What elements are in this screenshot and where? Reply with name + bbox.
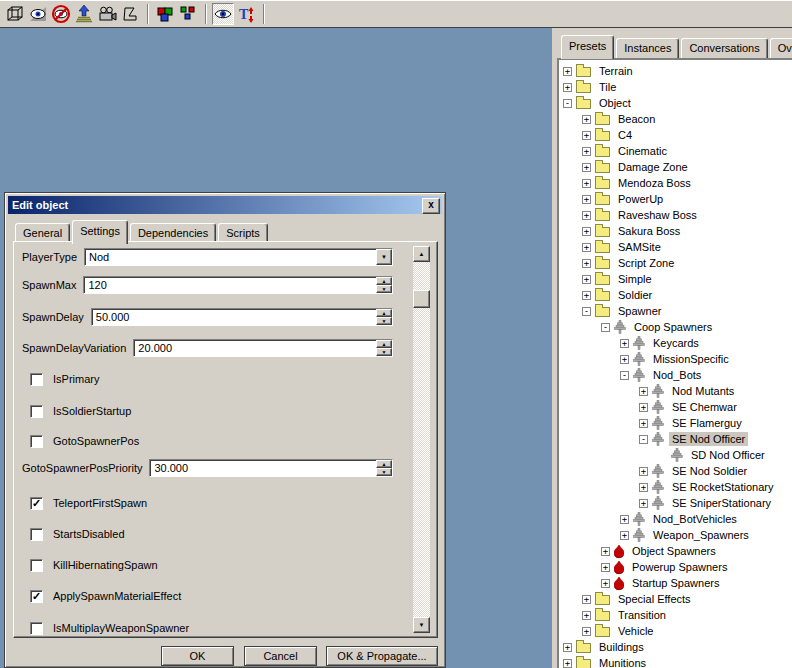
- panel-tab-presets[interactable]: Presets: [561, 35, 614, 59]
- expand-icon[interactable]: +: [582, 627, 591, 636]
- expand-icon[interactable]: +: [620, 339, 629, 348]
- wireframe-cube-icon[interactable]: [4, 3, 26, 25]
- tree-item-munitions[interactable]: +Munitions: [559, 655, 792, 668]
- collapse-icon[interactable]: -: [582, 307, 591, 316]
- tree-item-startup-spawners[interactable]: +Startup Spawners: [559, 575, 792, 591]
- tree-item-tile[interactable]: +Tile: [559, 79, 792, 95]
- tree-item-raveshaw-boss[interactable]: +Raveshaw Boss: [559, 207, 792, 223]
- tree-item-nod-mutants[interactable]: +Nod Mutants: [559, 383, 792, 399]
- expand-icon[interactable]: +: [601, 579, 610, 588]
- tree-item-se-sniperstationary[interactable]: +SE SniperStationary: [559, 495, 792, 511]
- tree-item-samsite[interactable]: +SAMSite: [559, 239, 792, 255]
- show-all-icon[interactable]: [212, 3, 234, 25]
- SpawnDelayVariation-input[interactable]: 20.000▲▼: [133, 339, 393, 357]
- collapse-icon[interactable]: -: [620, 371, 629, 380]
- tree-item-beacon[interactable]: +Beacon: [559, 111, 792, 127]
- PlayerType-combobox[interactable]: Nod▼: [84, 248, 393, 266]
- tree-item-powerup[interactable]: +PowerUp: [559, 191, 792, 207]
- tree-item-mendoza-boss[interactable]: +Mendoza Boss: [559, 175, 792, 191]
- TeleportFirstSpawn-checkbox[interactable]: ✓: [30, 497, 43, 510]
- tree-item-spawner[interactable]: -Spawner: [559, 303, 792, 319]
- tree-item-se-nod-officer[interactable]: -SE Nod Officer: [559, 431, 792, 447]
- SpawnDelay-input[interactable]: 50.000▲▼: [91, 308, 393, 326]
- spin-down-icon[interactable]: ▼: [376, 468, 392, 476]
- tree-item-transition[interactable]: +Transition: [559, 607, 792, 623]
- panel-tab-instances[interactable]: Instances: [616, 38, 679, 58]
- spin-up-icon[interactable]: ▲: [376, 309, 392, 317]
- camera-icon[interactable]: [96, 3, 118, 25]
- collapse-icon[interactable]: -: [601, 323, 610, 332]
- tree-item-missionspecific[interactable]: +MissionSpecific: [559, 351, 792, 367]
- collapse-icon[interactable]: -: [639, 435, 648, 444]
- tree-item-sd-nod-officer[interactable]: SD Nod Officer: [559, 447, 792, 463]
- tree-item-se-rocketstationary[interactable]: +SE RocketStationary: [559, 479, 792, 495]
- ungroup-cubes-icon[interactable]: [177, 3, 199, 25]
- tree-item-weapon-spawners[interactable]: +Weapon_Spawners: [559, 527, 792, 543]
- text-labels-icon[interactable]: T: [235, 3, 257, 25]
- expand-icon[interactable]: +: [563, 643, 572, 652]
- expand-icon[interactable]: +: [582, 243, 591, 252]
- tree-item-nod-bots[interactable]: -Nod_Bots: [559, 367, 792, 383]
- dialog-scrollbar[interactable]: ▲ ▼: [413, 246, 430, 633]
- IsMultiplayWeaponSpawner-checkbox[interactable]: [30, 622, 43, 635]
- tree-item-vehicle[interactable]: +Vehicle: [559, 623, 792, 639]
- tree-item-buildings[interactable]: +Buildings: [559, 639, 792, 655]
- expand-icon[interactable]: +: [582, 595, 591, 604]
- spin-up-icon[interactable]: ▲: [376, 460, 392, 468]
- dialog-titlebar[interactable]: Edit object x: [8, 196, 442, 214]
- tree-item-special-effects[interactable]: +Special Effects: [559, 591, 792, 607]
- ok-propagate-button[interactable]: OK & Propagate...: [326, 646, 438, 666]
- scroll-up-icon[interactable]: ▲: [413, 246, 430, 262]
- expand-icon[interactable]: +: [582, 179, 591, 188]
- StartsDisabled-checkbox[interactable]: [30, 528, 43, 541]
- spin-up-icon[interactable]: ▲: [376, 340, 392, 348]
- expand-icon[interactable]: +: [639, 483, 648, 492]
- expand-icon[interactable]: +: [601, 547, 610, 556]
- tree-item-coop-spawners[interactable]: -Coop Spawners: [559, 319, 792, 335]
- expand-icon[interactable]: +: [582, 147, 591, 156]
- tree-item-soldier[interactable]: +Soldier: [559, 287, 792, 303]
- dialog-tab-dependencies[interactable]: Dependencies: [130, 223, 216, 243]
- spin-up-icon[interactable]: ▲: [376, 277, 392, 285]
- show-selected-icon[interactable]: [27, 3, 49, 25]
- expand-icon[interactable]: +: [639, 499, 648, 508]
- spin-down-icon[interactable]: ▼: [376, 348, 392, 356]
- ApplySpawnMaterialEffect-checkbox[interactable]: ✓: [30, 590, 43, 603]
- group-cubes-icon[interactable]: [154, 3, 176, 25]
- expand-icon[interactable]: +: [620, 355, 629, 364]
- raise-object-icon[interactable]: [73, 3, 95, 25]
- dialog-tab-scripts[interactable]: Scripts: [218, 223, 268, 243]
- close-icon[interactable]: x: [422, 198, 440, 214]
- tree-item-se-chemwar[interactable]: +SE Chemwar: [559, 399, 792, 415]
- tree-item-se-flamerguy[interactable]: +SE Flamerguy: [559, 415, 792, 431]
- expand-icon[interactable]: +: [582, 211, 591, 220]
- tree-item-object[interactable]: -Object: [559, 95, 792, 111]
- dialog-tab-general[interactable]: General: [15, 223, 70, 243]
- expand-icon[interactable]: +: [639, 387, 648, 396]
- tree-item-se-nod-soldier[interactable]: +SE Nod Soldier: [559, 463, 792, 479]
- expand-icon[interactable]: +: [601, 563, 610, 572]
- expand-icon[interactable]: +: [563, 83, 572, 92]
- cancel-button[interactable]: Cancel: [244, 646, 317, 666]
- IsSoldierStartup-checkbox[interactable]: [30, 405, 43, 418]
- hide-selected-icon[interactable]: [50, 3, 72, 25]
- tree-item-cinematic[interactable]: +Cinematic: [559, 143, 792, 159]
- tree-item-nod-botvehicles[interactable]: +Nod_BotVehicles: [559, 511, 792, 527]
- collapse-icon[interactable]: -: [563, 99, 572, 108]
- tree-item-damage-zone[interactable]: +Damage Zone: [559, 159, 792, 175]
- tree-item-sakura-boss[interactable]: +Sakura Boss: [559, 223, 792, 239]
- expand-icon[interactable]: +: [582, 291, 591, 300]
- SpawnMax-input[interactable]: 120▲▼: [83, 276, 393, 294]
- panel-tab-conversations[interactable]: Conversations: [681, 38, 767, 58]
- expand-icon[interactable]: +: [582, 163, 591, 172]
- dialog-tab-settings[interactable]: Settings: [72, 220, 128, 244]
- spin-down-icon[interactable]: ▼: [376, 285, 392, 293]
- expand-icon[interactable]: +: [582, 227, 591, 236]
- polygon-zone-icon[interactable]: [119, 3, 141, 25]
- GotoSpawnerPosPriority-input[interactable]: 30.000▲▼: [149, 459, 393, 477]
- expand-icon[interactable]: +: [582, 131, 591, 140]
- dropdown-arrow-icon[interactable]: ▼: [376, 249, 392, 265]
- expand-icon[interactable]: +: [582, 275, 591, 284]
- expand-icon[interactable]: +: [563, 67, 572, 76]
- spin-down-icon[interactable]: ▼: [376, 317, 392, 325]
